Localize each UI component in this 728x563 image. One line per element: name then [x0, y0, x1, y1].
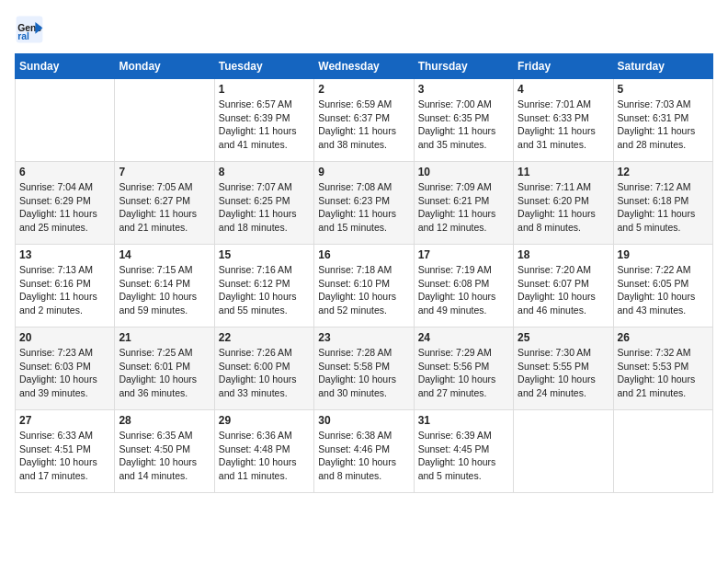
day-number: 25	[518, 331, 609, 344]
col-header-wednesday: Wednesday	[314, 54, 414, 79]
col-header-thursday: Thursday	[414, 54, 513, 79]
day-info: Sunrise: 7:11 AM Sunset: 6:20 PM Dayligh…	[518, 180, 609, 235]
calendar-table: SundayMondayTuesdayWednesdayThursdayFrid…	[15, 53, 713, 493]
calendar-cell: 14Sunrise: 7:15 AM Sunset: 6:14 PM Dayli…	[115, 245, 214, 327]
calendar-cell: 31Sunrise: 6:39 AM Sunset: 4:45 PM Dayli…	[414, 410, 513, 493]
calendar-cell: 28Sunrise: 6:35 AM Sunset: 4:50 PM Dayli…	[115, 410, 214, 493]
day-number: 1	[219, 83, 310, 96]
day-info: Sunrise: 6:35 AM Sunset: 4:50 PM Dayligh…	[119, 429, 210, 483]
svg-text:ral: ral	[17, 31, 29, 41]
day-number: 13	[19, 248, 110, 261]
page-header: Gene ral	[15, 15, 713, 44]
calendar-cell: 4Sunrise: 7:01 AM Sunset: 6:33 PM Daylig…	[514, 79, 613, 162]
day-info: Sunrise: 7:28 AM Sunset: 5:58 PM Dayligh…	[318, 346, 409, 400]
col-header-friday: Friday	[514, 54, 613, 79]
day-number: 14	[119, 248, 210, 261]
day-number: 11	[518, 166, 609, 178]
calendar-cell: 20Sunrise: 7:23 AM Sunset: 6:03 PM Dayli…	[16, 327, 115, 410]
calendar-cell: 15Sunrise: 7:16 AM Sunset: 6:12 PM Dayli…	[214, 245, 313, 327]
day-number: 26	[618, 331, 709, 344]
calendar-cell: 26Sunrise: 7:32 AM Sunset: 5:53 PM Dayli…	[613, 327, 712, 410]
calendar-cell: 30Sunrise: 6:38 AM Sunset: 4:46 PM Dayli…	[314, 410, 414, 493]
day-number: 5	[618, 83, 709, 96]
calendar-header-row: SundayMondayTuesdayWednesdayThursdayFrid…	[16, 54, 713, 79]
calendar-cell: 29Sunrise: 6:36 AM Sunset: 4:48 PM Dayli…	[214, 410, 313, 493]
day-info: Sunrise: 7:18 AM Sunset: 6:10 PM Dayligh…	[318, 263, 409, 317]
day-info: Sunrise: 7:13 AM Sunset: 6:16 PM Dayligh…	[19, 263, 110, 317]
day-info: Sunrise: 7:19 AM Sunset: 6:08 PM Dayligh…	[418, 263, 509, 317]
day-number: 24	[418, 331, 509, 344]
calendar-cell: 5Sunrise: 7:03 AM Sunset: 6:31 PM Daylig…	[613, 79, 712, 162]
day-number: 7	[119, 166, 210, 178]
calendar-cell: 6Sunrise: 7:04 AM Sunset: 6:29 PM Daylig…	[16, 162, 115, 245]
day-number: 10	[418, 166, 509, 178]
day-number: 16	[318, 248, 409, 261]
calendar-cell: 16Sunrise: 7:18 AM Sunset: 6:10 PM Dayli…	[314, 245, 414, 327]
day-number: 21	[119, 331, 210, 344]
calendar-cell	[613, 410, 712, 493]
day-info: Sunrise: 7:12 AM Sunset: 6:18 PM Dayligh…	[618, 180, 709, 235]
day-number: 4	[518, 83, 609, 96]
week-row-5: 27Sunrise: 6:33 AM Sunset: 4:51 PM Dayli…	[16, 410, 713, 493]
day-info: Sunrise: 7:20 AM Sunset: 6:07 PM Dayligh…	[518, 263, 609, 317]
day-number: 3	[418, 83, 509, 96]
day-number: 18	[518, 248, 609, 261]
week-row-3: 13Sunrise: 7:13 AM Sunset: 6:16 PM Dayli…	[16, 245, 713, 327]
calendar-cell: 27Sunrise: 6:33 AM Sunset: 4:51 PM Dayli…	[16, 410, 115, 493]
day-info: Sunrise: 7:26 AM Sunset: 6:00 PM Dayligh…	[219, 346, 310, 400]
col-header-sunday: Sunday	[16, 54, 115, 79]
calendar-cell: 25Sunrise: 7:30 AM Sunset: 5:55 PM Dayli…	[514, 327, 613, 410]
day-number: 17	[418, 248, 509, 261]
calendar-cell: 18Sunrise: 7:20 AM Sunset: 6:07 PM Dayli…	[514, 245, 613, 327]
day-info: Sunrise: 7:32 AM Sunset: 5:53 PM Dayligh…	[618, 346, 709, 400]
day-info: Sunrise: 7:03 AM Sunset: 6:31 PM Dayligh…	[618, 98, 709, 152]
day-number: 8	[219, 166, 310, 178]
day-number: 6	[19, 166, 110, 178]
calendar-cell: 13Sunrise: 7:13 AM Sunset: 6:16 PM Dayli…	[16, 245, 115, 327]
day-number: 27	[19, 414, 110, 427]
day-info: Sunrise: 7:23 AM Sunset: 6:03 PM Dayligh…	[19, 346, 110, 400]
calendar-cell: 17Sunrise: 7:19 AM Sunset: 6:08 PM Dayli…	[414, 245, 513, 327]
day-number: 31	[418, 414, 509, 427]
calendar-cell	[514, 410, 613, 493]
day-info: Sunrise: 6:59 AM Sunset: 6:37 PM Dayligh…	[318, 98, 409, 152]
day-number: 2	[318, 83, 409, 96]
day-number: 23	[318, 331, 409, 344]
day-number: 29	[219, 414, 310, 427]
calendar-cell: 23Sunrise: 7:28 AM Sunset: 5:58 PM Dayli…	[314, 327, 414, 410]
calendar-cell: 21Sunrise: 7:25 AM Sunset: 6:01 PM Dayli…	[115, 327, 214, 410]
day-info: Sunrise: 7:29 AM Sunset: 5:56 PM Dayligh…	[418, 346, 509, 400]
day-info: Sunrise: 6:39 AM Sunset: 4:45 PM Dayligh…	[418, 429, 509, 483]
col-header-monday: Monday	[115, 54, 214, 79]
col-header-saturday: Saturday	[613, 54, 712, 79]
day-info: Sunrise: 6:38 AM Sunset: 4:46 PM Dayligh…	[318, 429, 409, 483]
day-number: 30	[318, 414, 409, 427]
day-info: Sunrise: 7:00 AM Sunset: 6:35 PM Dayligh…	[418, 98, 509, 152]
day-info: Sunrise: 7:22 AM Sunset: 6:05 PM Dayligh…	[618, 263, 709, 317]
day-info: Sunrise: 7:25 AM Sunset: 6:01 PM Dayligh…	[119, 346, 210, 400]
day-number: 22	[219, 331, 310, 344]
day-number: 12	[618, 166, 709, 178]
calendar-cell: 10Sunrise: 7:09 AM Sunset: 6:21 PM Dayli…	[414, 162, 513, 245]
week-row-2: 6Sunrise: 7:04 AM Sunset: 6:29 PM Daylig…	[16, 162, 713, 245]
calendar-cell: 24Sunrise: 7:29 AM Sunset: 5:56 PM Dayli…	[414, 327, 513, 410]
day-number: 19	[618, 248, 709, 261]
day-info: Sunrise: 6:57 AM Sunset: 6:39 PM Dayligh…	[219, 98, 310, 152]
logo-icon: Gene ral	[15, 15, 44, 44]
calendar-cell: 12Sunrise: 7:12 AM Sunset: 6:18 PM Dayli…	[613, 162, 712, 245]
day-info: Sunrise: 7:01 AM Sunset: 6:33 PM Dayligh…	[518, 98, 609, 152]
day-info: Sunrise: 6:36 AM Sunset: 4:48 PM Dayligh…	[219, 429, 310, 483]
calendar-cell	[115, 79, 214, 162]
calendar-cell: 1Sunrise: 6:57 AM Sunset: 6:39 PM Daylig…	[214, 79, 313, 162]
day-info: Sunrise: 7:30 AM Sunset: 5:55 PM Dayligh…	[518, 346, 609, 400]
day-number: 20	[19, 331, 110, 344]
col-header-tuesday: Tuesday	[214, 54, 313, 79]
calendar-cell: 19Sunrise: 7:22 AM Sunset: 6:05 PM Dayli…	[613, 245, 712, 327]
day-number: 9	[318, 166, 409, 178]
day-info: Sunrise: 6:33 AM Sunset: 4:51 PM Dayligh…	[19, 429, 110, 483]
calendar-cell: 8Sunrise: 7:07 AM Sunset: 6:25 PM Daylig…	[214, 162, 313, 245]
day-info: Sunrise: 7:15 AM Sunset: 6:14 PM Dayligh…	[119, 263, 210, 317]
calendar-cell	[16, 79, 115, 162]
calendar-cell: 22Sunrise: 7:26 AM Sunset: 6:00 PM Dayli…	[214, 327, 313, 410]
calendar-cell: 2Sunrise: 6:59 AM Sunset: 6:37 PM Daylig…	[314, 79, 414, 162]
